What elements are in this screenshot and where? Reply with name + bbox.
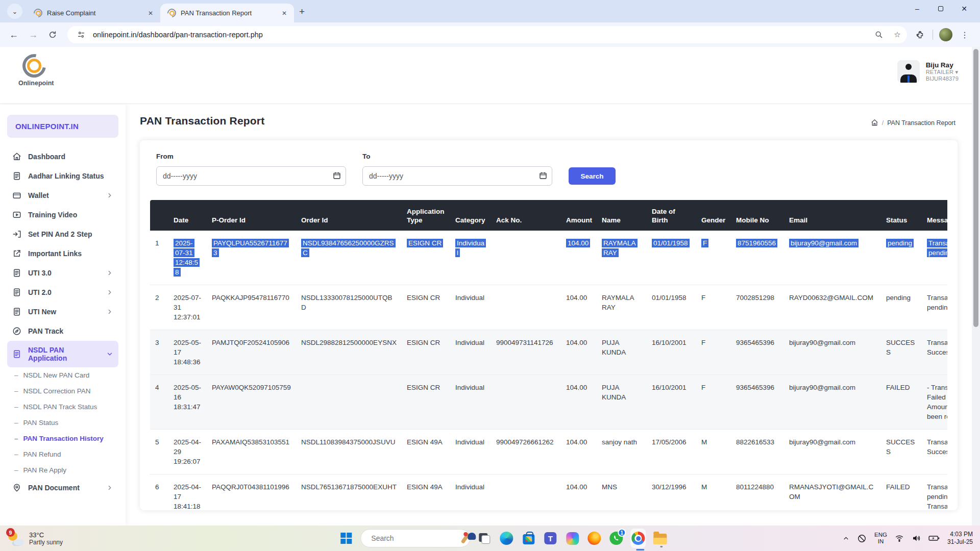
cell-application-type: ESIGN 49A <box>402 474 450 511</box>
system-tray: ENG IN 4:03 PM 31-Jul-25 <box>843 531 980 546</box>
wifi-icon[interactable] <box>895 534 904 543</box>
video-icon <box>12 210 21 219</box>
teams-icon[interactable]: T <box>543 531 558 546</box>
browser-tab[interactable]: Raise Complaint✕ <box>27 4 160 22</box>
cell-status: FAILED <box>881 474 922 511</box>
calendar-icon[interactable] <box>333 171 341 180</box>
notification-off-icon[interactable] <box>857 534 867 543</box>
column-header-amount: Amount <box>561 200 597 231</box>
site-info-icon[interactable] <box>75 28 88 41</box>
table-row: 62025-04-17 18:41:18PAQQRJ0T04381101996N… <box>150 474 947 511</box>
cell-amount: 104.00 <box>561 285 597 330</box>
cell-gender: F <box>696 231 731 285</box>
column-header-sn <box>150 200 168 231</box>
volume-icon[interactable] <box>912 534 921 543</box>
cell-status: SUCCESS <box>881 430 922 474</box>
cell-sn: 4 <box>150 375 168 430</box>
table-row: 32025-05-17 18:48:36PAMJTQ0F20524105906N… <box>150 330 947 375</box>
tab-close-icon[interactable]: ✕ <box>146 9 155 18</box>
sidebar-item-important-links[interactable]: Important Links <box>7 244 118 263</box>
calendar-icon[interactable] <box>539 171 547 180</box>
tab-search-button[interactable]: ⌄ <box>7 4 22 19</box>
task-view-icon[interactable] <box>477 531 492 546</box>
firefox-icon[interactable] <box>586 531 602 546</box>
sidebar-item-pan-track[interactable]: PAN Track <box>7 321 118 341</box>
back-button[interactable]: ← <box>5 26 22 43</box>
sidebar-item-training-video[interactable]: Training Video <box>7 205 118 224</box>
language-switcher[interactable]: ENG IN <box>874 532 887 545</box>
weather-widget[interactable]: 9 33°C Partly sunny <box>0 530 63 546</box>
window-minimize-button[interactable]: – <box>905 0 929 17</box>
tray-chevron-up-icon[interactable] <box>843 535 849 542</box>
tab-close-icon[interactable]: ✕ <box>280 9 289 18</box>
sidebar-item-wallet[interactable]: Wallet <box>7 186 118 205</box>
extensions-puzzle-icon[interactable] <box>913 28 926 41</box>
whatsapp-icon[interactable]: 1 <box>608 531 624 546</box>
bookmark-star-icon[interactable]: ☆ <box>891 28 904 41</box>
sidebar-item-aadhar-linking-status[interactable]: Aadhar Linking Status <box>7 166 118 186</box>
scrollbar-thumb[interactable] <box>973 49 978 327</box>
taskbar-search-input[interactable] <box>371 534 463 542</box>
site-badge[interactable]: ONLINEPOINT.IN <box>7 115 118 138</box>
browser-profile-avatar[interactable] <box>939 28 952 41</box>
from-date-input[interactable] <box>156 166 346 186</box>
cell-order-id: NSDL29882812500000EYSNX <box>296 330 402 375</box>
sidebar-subitem-pan-status[interactable]: –PAN Status <box>7 415 118 431</box>
cell-message: Transaction Success <box>922 330 947 375</box>
sidebar-item-uti-3-0[interactable]: UTI 3.0 <box>7 263 118 283</box>
edge-icon[interactable] <box>499 531 514 546</box>
selected-text: Individual <box>455 239 486 257</box>
sidebar-item-label: Wallet <box>28 191 49 199</box>
copilot-icon[interactable] <box>565 531 580 546</box>
to-date-input[interactable] <box>362 166 552 186</box>
cell-sn: 6 <box>150 474 168 511</box>
browser-menu-icon[interactable]: ⋮ <box>957 30 973 40</box>
user-avatar <box>897 60 920 83</box>
sidebar-item-set-pin-and-2-step[interactable]: Set PIN And 2 Step <box>7 224 118 244</box>
explorer-icon[interactable] <box>652 531 668 546</box>
zoom-icon[interactable] <box>872 28 886 41</box>
address-bar[interactable]: onlinepoint.in/dashboard/pan-transaction… <box>67 26 907 43</box>
new-tab-button[interactable]: + <box>299 6 305 17</box>
sidebar-item-uti-new[interactable]: UTI New <box>7 302 118 321</box>
document-icon <box>12 171 21 181</box>
store-icon[interactable] <box>521 531 536 546</box>
sidebar-item-uti-2-0[interactable]: UTI 2.0 <box>7 283 118 302</box>
column-header-gender: Gender <box>696 200 731 231</box>
column-header-category: Category <box>450 200 491 231</box>
taskbar-search-box[interactable] <box>360 529 470 547</box>
cell-p-order-id: PAQQRJ0T04381101996 <box>207 474 296 511</box>
sidebar-item-label: UTI New <box>28 308 56 316</box>
battery-icon[interactable] <box>928 534 940 542</box>
user-role: RETAILER <box>926 69 954 75</box>
sidebar-item-pan-document[interactable]: PAN Document <box>7 478 118 497</box>
chrome-icon[interactable] <box>630 531 646 546</box>
sidebar-subitem-nsdl-new-pan-card[interactable]: –NSDL New PAN Card <box>7 367 118 383</box>
home-icon[interactable] <box>871 119 878 127</box>
reload-button[interactable] <box>44 26 61 43</box>
window-close-button[interactable]: ✕ <box>952 0 976 17</box>
cell-ack-no <box>491 285 561 330</box>
sidebar-item-label: UTI 2.0 <box>28 288 52 296</box>
url-text[interactable]: onlinepoint.in/dashboard/pan-transaction… <box>93 31 867 39</box>
cell-date: 2025-04-17 18:41:18 <box>168 474 207 511</box>
forward-button[interactable]: → <box>24 26 42 43</box>
sidebar-subitem-pan-transaction-history[interactable]: –PAN Transaction History <box>7 431 118 446</box>
windows-start-icon[interactable] <box>338 531 354 546</box>
page-scrollbar[interactable] <box>972 47 980 525</box>
browser-tab[interactable]: PAN Transaction Report✕ <box>160 4 294 22</box>
sidebar-item-dashboard[interactable]: Dashboard <box>7 147 118 166</box>
search-button[interactable]: Search <box>569 167 616 185</box>
sidebar-item-label: Set PIN And 2 Step <box>28 230 92 238</box>
selected-text: NSDL93847656250000GZRSC <box>301 239 396 257</box>
user-menu[interactable]: Biju Ray RETAILER ▾ BIJUR48379 <box>897 60 959 83</box>
cell-sn: 1 <box>150 231 168 285</box>
sidebar-item-nsdl-pan-application[interactable]: NSDL PAN Application <box>7 341 118 367</box>
sidebar-subitem-nsdl-correction-pan[interactable]: –NSDL Correction PAN <box>7 383 118 399</box>
clock[interactable]: 4:03 PM 31-Jul-25 <box>947 531 973 546</box>
sidebar-subitem-pan-refund[interactable]: –PAN Refund <box>7 446 118 462</box>
chevron-down-icon[interactable]: ▾ <box>955 69 958 75</box>
sidebar-subitem-pan-re-apply[interactable]: –PAN Re Apply <box>7 462 118 478</box>
sidebar-subitem-nsdl-pan-track-status[interactable]: –NSDL PAN Track Status <box>7 399 118 415</box>
window-maximize-button[interactable] <box>929 0 952 17</box>
